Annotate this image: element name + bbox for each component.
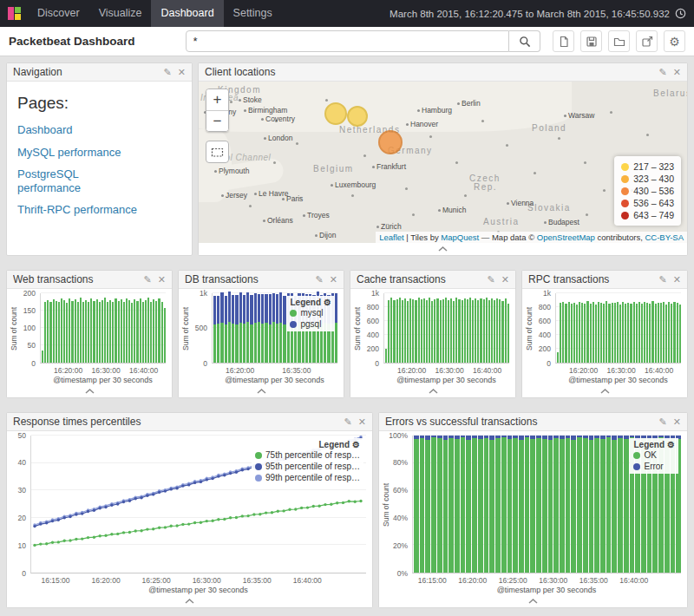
bar[interactable] — [496, 293, 498, 363]
share-dashboard-button[interactable] — [636, 30, 658, 52]
collapse-button[interactable] — [7, 385, 172, 397]
bar[interactable] — [477, 293, 479, 363]
collapse-button[interactable] — [379, 595, 687, 607]
bar[interactable] — [104, 293, 106, 363]
bar[interactable] — [128, 293, 130, 363]
bar[interactable] — [269, 293, 272, 363]
bar[interactable] — [246, 293, 249, 363]
legend-item[interactable]: 99th percentile of resp… — [255, 472, 360, 483]
collapse-button[interactable] — [522, 385, 687, 397]
edit-icon[interactable]: ✎ — [164, 68, 172, 77]
bar[interactable] — [464, 293, 466, 363]
close-icon[interactable]: ✕ — [178, 68, 186, 77]
bar[interactable] — [243, 293, 246, 363]
bar[interactable] — [63, 293, 65, 363]
legend-item[interactable]: pgsql — [290, 318, 331, 330]
bar[interactable] — [109, 293, 111, 363]
bar[interactable] — [431, 436, 436, 573]
bar[interactable] — [448, 293, 449, 363]
zoom-out-button[interactable]: − — [206, 110, 228, 131]
bar[interactable] — [99, 293, 101, 363]
bar[interactable] — [622, 293, 624, 363]
legend-item[interactable]: OK — [633, 449, 675, 461]
new-dashboard-button[interactable] — [553, 30, 574, 52]
collapse-button[interactable] — [350, 385, 515, 397]
bar[interactable] — [600, 436, 606, 573]
bar[interactable] — [519, 436, 524, 573]
bar[interactable] — [673, 293, 675, 363]
bar[interactable] — [494, 293, 495, 363]
legend-item[interactable]: 75th percentile of resp… — [255, 449, 360, 461]
map-canvas[interactable]: KingdomIrish SeaBristol ChannelNetherlan… — [199, 82, 687, 243]
bar[interactable] — [573, 293, 575, 363]
bar[interactable] — [658, 293, 659, 363]
bar[interactable] — [462, 293, 463, 363]
bar[interactable] — [161, 293, 163, 363]
bar[interactable] — [475, 293, 476, 363]
bar[interactable] — [434, 293, 435, 363]
bar[interactable] — [448, 436, 454, 573]
bar[interactable] — [440, 293, 442, 363]
bar[interactable] — [606, 436, 612, 573]
bar[interactable] — [265, 293, 267, 363]
bar[interactable] — [75, 293, 76, 363]
bar[interactable] — [44, 293, 46, 363]
collapse-button[interactable] — [7, 595, 372, 607]
collapse-button[interactable] — [179, 385, 344, 397]
nav-page-link[interactable]: Thrift-RPC performance — [17, 203, 143, 217]
bar[interactable] — [213, 293, 216, 363]
nav-item-dashboard[interactable]: Dashboard — [151, 0, 223, 27]
bar[interactable] — [442, 293, 444, 363]
bar[interactable] — [136, 293, 138, 363]
bar[interactable] — [614, 293, 616, 363]
bar[interactable] — [445, 293, 447, 363]
bar[interactable] — [455, 436, 460, 573]
bar[interactable] — [407, 293, 409, 363]
bar[interactable] — [158, 293, 160, 363]
bar[interactable] — [147, 293, 149, 363]
bar[interactable] — [491, 293, 493, 363]
close-icon[interactable]: ✕ — [673, 275, 681, 285]
bar[interactable] — [220, 293, 223, 363]
load-dashboard-button[interactable] — [608, 30, 630, 52]
bar[interactable] — [42, 293, 43, 363]
bar[interactable] — [112, 293, 114, 363]
bar[interactable] — [557, 293, 559, 363]
query-input[interactable] — [186, 30, 509, 52]
bar[interactable] — [145, 293, 147, 363]
bar[interactable] — [612, 436, 617, 573]
bar[interactable] — [507, 436, 513, 573]
bar[interactable] — [668, 293, 670, 363]
bar[interactable] — [453, 293, 455, 363]
nav-item-discover[interactable]: Discover — [28, 0, 89, 27]
bar[interactable] — [466, 436, 471, 573]
legend-title[interactable]: Legend⚙ — [633, 440, 675, 449]
bar[interactable] — [505, 293, 507, 363]
bar[interactable] — [507, 293, 509, 363]
edit-icon[interactable]: ✎ — [659, 275, 667, 285]
bar[interactable] — [583, 436, 588, 573]
bar[interactable] — [385, 293, 387, 363]
bar[interactable] — [118, 293, 120, 363]
bar[interactable] — [140, 293, 141, 363]
bar[interactable] — [499, 293, 501, 363]
bar[interactable] — [651, 293, 653, 363]
bar[interactable] — [66, 293, 68, 363]
bar[interactable] — [630, 293, 632, 363]
edit-icon[interactable]: ✎ — [659, 417, 667, 427]
bar[interactable] — [335, 293, 337, 363]
bar[interactable] — [85, 293, 87, 363]
bar[interactable] — [436, 293, 438, 363]
bar[interactable] — [590, 293, 592, 363]
bar[interactable] — [595, 293, 597, 363]
bar[interactable] — [58, 293, 60, 363]
bar[interactable] — [388, 293, 390, 363]
close-icon[interactable]: ✕ — [501, 275, 509, 285]
bar[interactable] — [80, 293, 82, 363]
legend-item[interactable]: Error — [633, 461, 675, 472]
bar[interactable] — [458, 293, 460, 363]
bar[interactable] — [443, 436, 448, 573]
bar[interactable] — [402, 293, 403, 363]
bar[interactable] — [77, 293, 79, 363]
bar[interactable] — [461, 436, 466, 573]
